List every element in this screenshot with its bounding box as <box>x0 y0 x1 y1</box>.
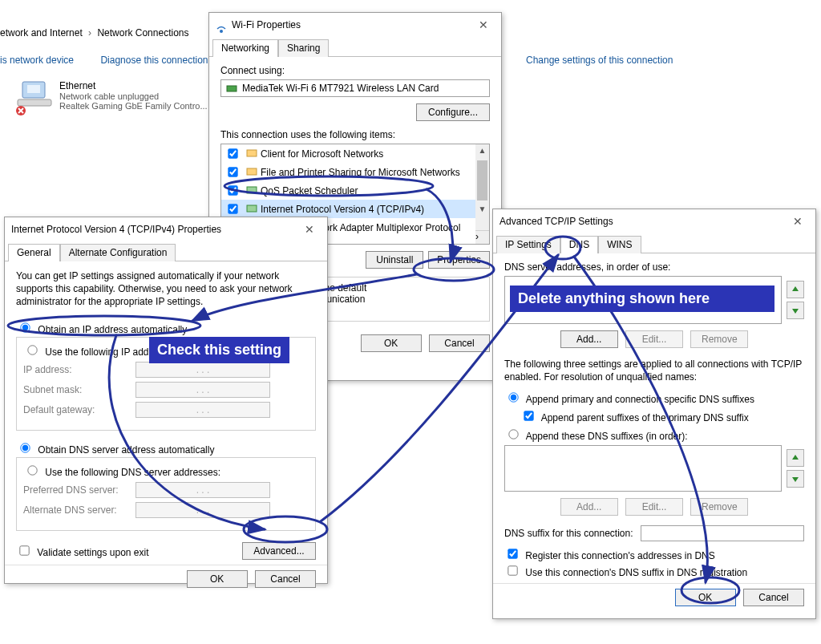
tab-networking[interactable]: Networking <box>212 39 278 57</box>
append-these-radio[interactable] <box>508 430 518 439</box>
scrollbar[interactable]: ▲ ▼ <box>475 144 489 230</box>
close-icon[interactable]: ✕ <box>298 221 321 237</box>
toolbar-diagnose[interactable]: Diagnose this connection <box>100 55 208 66</box>
uninstall-button[interactable]: Uninstall <box>366 251 423 269</box>
register-checkbox[interactable] <box>508 549 517 559</box>
move-down-button[interactable] <box>787 470 804 488</box>
advanced-tcpip-dialog: Advanced TCP/IP Settings ✕ IP Settings D… <box>492 209 816 619</box>
append-primary-label: Append primary and connection specific D… <box>526 394 754 405</box>
following-text: The following three settings are applied… <box>504 358 804 383</box>
scroll-down-icon[interactable]: ▼ <box>475 203 489 217</box>
validate-checkbox-row[interactable]: Validate settings upon exit <box>16 543 149 558</box>
svg-rect-9 <box>247 205 257 212</box>
tab-wins[interactable]: WINS <box>598 236 641 253</box>
item-checkbox[interactable] <box>228 148 237 158</box>
adv-title: Advanced TCP/IP Settings <box>499 209 613 233</box>
nic-icon <box>226 83 237 94</box>
tab-ip-settings[interactable]: IP Settings <box>496 236 560 253</box>
add-button[interactable]: Add... <box>560 330 618 348</box>
tab-alternate[interactable]: Alternate Configuration <box>60 244 176 261</box>
scroll-right-icon[interactable]: › <box>475 230 489 244</box>
scroll-up-icon[interactable]: ▲ <box>475 144 489 158</box>
toolbar-disable[interactable]: is network device <box>0 55 74 66</box>
append-parent-checkbox[interactable] <box>524 411 533 421</box>
scroll-thumb[interactable] <box>477 160 487 200</box>
ethernet-icon <box>16 80 55 112</box>
callout-check-setting: Check this setting <box>149 337 289 363</box>
adapter-ethernet[interactable]: Ethernet Network cable unplugged Realtek… <box>16 80 216 112</box>
append-these-label: Append these DNS suffixes (in order): <box>526 431 688 442</box>
item-checkbox[interactable] <box>228 185 237 195</box>
pref-dns-label: Preferred DNS server: <box>23 484 135 496</box>
toolbar-change-settings[interactable]: Change settings of this connection <box>526 55 673 66</box>
svg-point-4 <box>220 30 223 33</box>
cancel-button[interactable]: Cancel <box>743 589 804 606</box>
obtain-ip-radio-row[interactable]: Obtain an IP address automatically <box>16 324 187 335</box>
move-down-button[interactable] <box>787 302 804 319</box>
configure-button[interactable]: Configure... <box>416 103 490 121</box>
list-item: QoS Packet Scheduler <box>221 181 489 200</box>
move-up-button[interactable] <box>787 449 804 467</box>
svg-rect-5 <box>227 86 237 91</box>
uses-items-label: This connection uses the following items… <box>220 129 490 140</box>
cancel-button[interactable]: Cancel <box>255 570 316 588</box>
advanced-button[interactable]: Advanced... <box>242 542 316 560</box>
use-suffix-checkbox[interactable] <box>508 566 517 576</box>
dns-addresses-label: DNS server addresses, in order of use: <box>504 261 804 273</box>
close-icon[interactable]: ✕ <box>472 17 495 33</box>
ok-button[interactable]: OK <box>675 589 736 606</box>
adapter-name-text: MediaTek Wi-Fi 6 MT7921 Wireless LAN Car… <box>242 83 439 94</box>
validate-label: Validate settings upon exit <box>37 547 148 558</box>
protocol-icon <box>246 204 257 215</box>
suffix-input[interactable] <box>641 525 804 541</box>
append-primary-radio[interactable] <box>508 393 518 403</box>
list-item: Client for Microsoft Networks <box>221 144 489 163</box>
use-dns-radio[interactable] <box>27 465 37 475</box>
add-button-2[interactable]: Add... <box>560 498 618 516</box>
breadcrumb-part-2[interactable]: Network Connections <box>97 27 188 38</box>
close-icon[interactable]: ✕ <box>787 213 809 229</box>
tab-sharing[interactable]: Sharing <box>278 39 329 57</box>
remove-button[interactable]: Remove <box>690 330 748 348</box>
item-checkbox[interactable] <box>228 167 237 176</box>
use-dns-radio-row[interactable]: Use the following DNS server addresses: <box>23 467 220 478</box>
cancel-button[interactable]: Cancel <box>429 334 490 352</box>
breadcrumb-part-1[interactable]: etwork and Internet <box>0 27 83 38</box>
append-primary-row[interactable]: Append primary and connection specific D… <box>504 394 754 405</box>
gateway-label: Default gateway: <box>23 404 135 415</box>
item-label: File and Printer Sharing for Microsoft N… <box>261 167 460 178</box>
obtain-dns-label: Obtain DNS server address automatically <box>38 444 214 456</box>
ok-button[interactable]: OK <box>361 334 422 352</box>
suffix-label: DNS suffix for this connection: <box>504 528 641 539</box>
component-icon <box>246 185 257 196</box>
edit-button[interactable]: Edit... <box>625 330 683 348</box>
append-parent-label: Append parent suffixes of the primary DN… <box>541 412 749 423</box>
suffix-list[interactable] <box>504 445 782 492</box>
remove-button-2[interactable]: Remove <box>690 498 748 516</box>
validate-checkbox[interactable] <box>19 545 29 555</box>
append-parent-row[interactable]: Append parent suffixes of the primary DN… <box>520 412 749 423</box>
use-suffix-row[interactable]: Use this connection's DNS suffix in DNS … <box>504 567 747 578</box>
obtain-ip-radio[interactable] <box>20 322 30 332</box>
obtain-dns-radio-row[interactable]: Obtain DNS server address automatically <box>16 444 214 456</box>
use-suffix-label: Use this connection's DNS suffix in DNS … <box>525 567 747 578</box>
move-up-button[interactable] <box>787 281 804 298</box>
alt-dns-input: . . . <box>135 502 270 518</box>
tab-general[interactable]: General <box>8 244 60 261</box>
ipv4-info-text: You can get IP settings assigned automat… <box>16 269 316 309</box>
adapter-device: Realtek Gaming GbE Family Contro... <box>59 101 216 111</box>
use-ip-radio-row[interactable]: Use the following IP address: <box>23 346 170 358</box>
item-checkbox[interactable] <box>228 204 237 213</box>
properties-button[interactable]: Properties <box>428 251 490 269</box>
obtain-dns-radio[interactable] <box>20 443 30 452</box>
adapter-field[interactable]: MediaTek Wi-Fi 6 MT7921 Wireless LAN Car… <box>220 79 490 97</box>
tab-dns[interactable]: DNS <box>560 236 598 253</box>
ip-address-input: . . . <box>135 362 270 378</box>
append-these-row[interactable]: Append these DNS suffixes (in order): <box>504 431 688 442</box>
use-ip-radio[interactable] <box>27 345 37 354</box>
ok-button[interactable]: OK <box>187 570 248 588</box>
adapter-status: Network cable unplugged <box>59 91 216 101</box>
edit-button-2[interactable]: Edit... <box>625 498 683 516</box>
svg-rect-8 <box>247 187 257 193</box>
register-row[interactable]: Register this connection's addresses in … <box>504 550 715 561</box>
